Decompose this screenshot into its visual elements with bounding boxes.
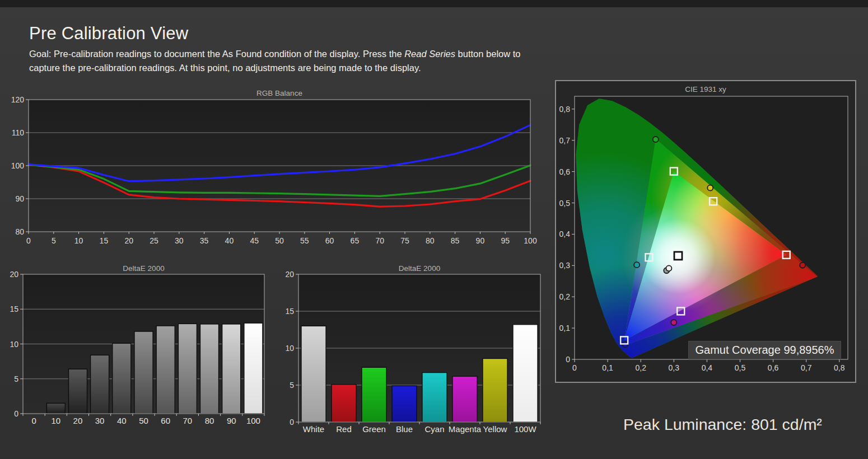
svg-text:0,5: 0,5 [735, 363, 746, 372]
measured-point-white [666, 265, 671, 271]
svg-text:Green: Green [362, 424, 386, 434]
svg-text:Red: Red [336, 424, 352, 434]
svg-text:Blue: Blue [396, 424, 413, 434]
goal-line1-pre: Goal: Pre-calibration readings to docume… [29, 49, 404, 59]
svg-text:5: 5 [14, 374, 18, 383]
svg-text:0,2: 0,2 [559, 292, 571, 301]
svg-text:20: 20 [10, 270, 18, 279]
svg-text:85: 85 [451, 236, 460, 245]
pre-calibration-view: Pre Calibration View Goal: Pre-calibrati… [0, 0, 868, 459]
svg-text:0,2: 0,2 [635, 363, 646, 372]
svg-text:Magenta: Magenta [449, 424, 482, 434]
svg-text:60: 60 [325, 236, 334, 245]
cie-panel: CIE 1931 xy 00,10,20,30,40,50,60,70,800,… [555, 80, 856, 383]
page-title: Pre Calibration View [29, 24, 188, 44]
svg-text:0,1: 0,1 [602, 363, 613, 372]
svg-text:60: 60 [161, 416, 170, 425]
svg-text:0: 0 [566, 355, 570, 364]
rgb-balance-chart: 8090100110120051015202530354045505560657… [0, 84, 543, 252]
svg-text:100: 100 [246, 416, 260, 425]
deltae-grayscale-chart: 051015200102030405060708090100 [0, 257, 280, 431]
svg-text:15: 15 [100, 236, 109, 245]
svg-text:75: 75 [400, 236, 409, 245]
svg-text:15: 15 [285, 307, 294, 316]
svg-text:110: 110 [12, 128, 25, 137]
svg-text:90: 90 [476, 236, 485, 245]
svg-text:30: 30 [95, 416, 105, 425]
svg-text:Yellow: Yellow [483, 424, 507, 434]
svg-text:10: 10 [10, 340, 18, 349]
goal-line2: capture the pre-calibration readings. At… [29, 63, 421, 73]
svg-text:White: White [303, 424, 324, 434]
svg-text:90: 90 [15, 194, 24, 203]
svg-text:0,3: 0,3 [559, 261, 571, 270]
svg-text:0: 0 [31, 416, 36, 425]
svg-text:70: 70 [183, 416, 193, 425]
svg-text:0,6: 0,6 [768, 363, 779, 372]
svg-text:100: 100 [524, 236, 537, 245]
svg-text:55: 55 [300, 236, 309, 245]
svg-text:45: 45 [250, 236, 259, 245]
svg-text:30: 30 [175, 236, 184, 245]
svg-text:15: 15 [10, 305, 18, 313]
svg-text:0: 0 [26, 236, 31, 245]
svg-text:20: 20 [73, 416, 83, 425]
svg-text:10: 10 [74, 236, 83, 245]
svg-text:20: 20 [285, 270, 294, 279]
measured-point-red [800, 263, 805, 268]
measured-point-magenta [671, 320, 676, 325]
svg-text:90: 90 [227, 416, 236, 425]
svg-text:25: 25 [150, 236, 158, 245]
svg-text:40: 40 [225, 236, 234, 245]
svg-text:5: 5 [290, 381, 294, 390]
measured-point-green [653, 137, 659, 142]
svg-text:Cyan: Cyan [424, 424, 444, 434]
svg-text:0,7: 0,7 [801, 363, 812, 372]
svg-text:0,3: 0,3 [669, 363, 680, 372]
svg-text:20: 20 [124, 236, 133, 245]
svg-text:65: 65 [351, 236, 360, 245]
goal-line1-post: button below to [455, 49, 521, 59]
svg-text:95: 95 [501, 236, 510, 245]
top-bar [0, 0, 868, 7]
svg-text:0,8: 0,8 [834, 363, 845, 372]
svg-text:100: 100 [11, 161, 25, 170]
svg-text:0,6: 0,6 [559, 167, 571, 176]
svg-text:40: 40 [117, 416, 127, 425]
svg-text:80: 80 [426, 236, 435, 245]
goal-read-series: Read Series [404, 49, 455, 59]
svg-text:80: 80 [15, 227, 24, 236]
svg-text:50: 50 [139, 416, 148, 425]
svg-text:100W: 100W [514, 424, 536, 434]
svg-text:0: 0 [14, 409, 18, 418]
svg-text:80: 80 [205, 416, 214, 425]
svg-text:0,8: 0,8 [559, 105, 571, 114]
svg-text:0: 0 [572, 363, 577, 372]
measured-point-cyan [634, 262, 640, 268]
gamut-coverage-badge: Gamut Coverage 99,8956% [688, 341, 841, 359]
svg-text:0,7: 0,7 [559, 136, 571, 145]
svg-text:70: 70 [375, 236, 384, 245]
svg-text:0: 0 [290, 418, 294, 427]
svg-text:0,5: 0,5 [559, 199, 571, 208]
svg-text:50: 50 [275, 236, 284, 245]
svg-text:10: 10 [51, 416, 60, 425]
svg-text:10: 10 [285, 344, 294, 353]
svg-text:5: 5 [52, 236, 56, 245]
measured-point-yellow [707, 185, 713, 191]
cie-1931-diagram: 00,10,20,30,40,50,60,70,800,10,20,30,40,… [556, 81, 855, 382]
peak-luminance-readout: Peak Luminance: 801 cd/m² [623, 415, 822, 434]
svg-text:120: 120 [11, 95, 25, 104]
svg-text:35: 35 [200, 236, 209, 245]
svg-text:0,4: 0,4 [702, 363, 713, 372]
svg-text:0,1: 0,1 [559, 324, 571, 332]
deltae-colors-chart: 05101520WhiteRedGreenBlueCyanMagentaYell… [280, 257, 560, 442]
goal-text: Goal: Pre-calibration readings to docume… [29, 47, 595, 74]
svg-text:0,4: 0,4 [559, 230, 571, 238]
